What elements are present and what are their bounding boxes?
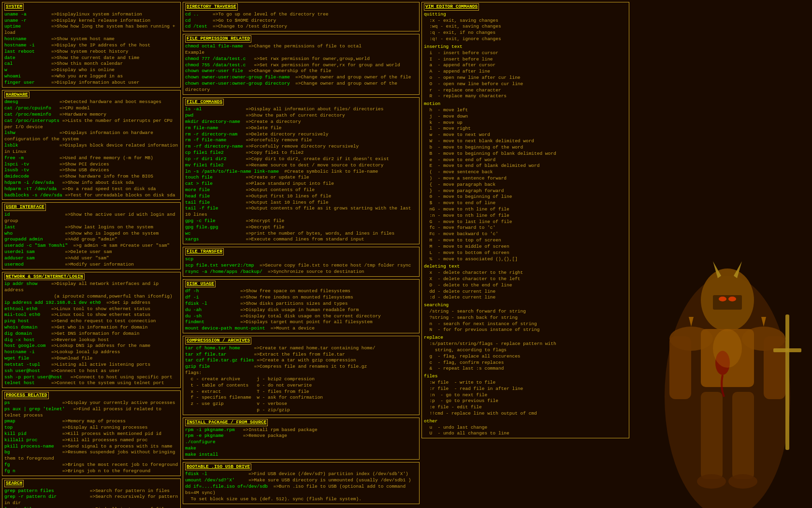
cmd-line: gpg -c file =>Encrypt file xyxy=(185,218,417,224)
user-interface-content: id =>Show the active user id with login … xyxy=(4,212,178,268)
cmd-line: ping host =>Send echo request to test co… xyxy=(4,318,178,325)
search-title: SEARCH xyxy=(4,480,24,487)
cmd-line: cd /test =>Change to /test directory xyxy=(185,24,417,30)
cmd-line: w =>Display who is online xyxy=(4,67,178,74)
cmd-line: ip address add 192.168.0.1 dev eth0 =>Se… xyxy=(4,300,178,306)
cmd-line: more file =>Output contents of file xyxy=(185,187,417,194)
cmd-line: mii-tool eth0 =>Linux tool to show ether… xyxy=(4,312,178,318)
cmd-line: lsblk =>Displays block device related in… xyxy=(4,143,178,155)
cmd-line: uname -a =>Displaylinux system informati… xyxy=(4,12,178,18)
flags-line: z - use gzip v - verbose xyxy=(185,401,417,407)
cmd-line: bg =>Resumes suspended jobs without brin… xyxy=(4,449,178,462)
bootable-iso-title: BOOTABLE .ISO USB DRIVE xyxy=(185,463,251,471)
cmd-line: dmesg =>Detected hardware and boot messa… xyxy=(4,99,178,105)
vim-motion: motion h - move left j - move down k - m… xyxy=(424,101,627,262)
cmd-line: userdel sam =>Delete user sam xyxy=(4,249,178,255)
cmd-line: mkdir directory-name =>Create a director… xyxy=(185,119,417,125)
vim-files: files :w file - write to file :r file - … xyxy=(424,374,627,417)
cmd-line: grep -r pattern dir =>Search recursively… xyxy=(4,494,178,507)
disk-usage-content: df -h =>Show free space on mounted files… xyxy=(185,288,417,332)
cmd-line: hostname =>Show system host name xyxy=(4,36,178,43)
cmd-line: head file =>Output first 10 lines of fil… xyxy=(185,194,417,200)
hardware-title: HARDWARE xyxy=(4,91,29,99)
vim-quitting: quitting :x - exit, saving changes :wq -… xyxy=(424,12,627,43)
vim-title: VIM EDITOR COMMANDS xyxy=(424,3,479,11)
cmd-line: ethtool eth0 =>Linux tool to show ethern… xyxy=(4,306,178,313)
cmd-line: grep pattern files =>Search for pattern … xyxy=(4,488,178,494)
cmd-line: gzip file =>Compress file and renames it… xyxy=(185,364,417,370)
cmd-line: Example xyxy=(185,50,417,56)
cmd-line: groupadd admin =>Add group "admin" xyxy=(4,237,178,243)
cmd-line: last =>Show last logins on the system xyxy=(4,224,178,231)
cmd-line: whois domain =>Get who is information fo… xyxy=(4,325,178,331)
file-commands-title: FILE COMMANDS xyxy=(185,99,224,106)
left-column: SYSTEM uname -a =>Displaylinux system in… xyxy=(2,2,181,508)
flags-line: c - create archive j - bzip2 compression xyxy=(185,376,417,383)
cmd-line: hostname -i =>Display the IP address of … xyxy=(4,43,178,49)
cmd-line: rm -r directory-nam =>Delete directory r… xyxy=(185,132,417,138)
file-commands-section: FILE COMMANDS ls -al =>Display all infor… xyxy=(183,97,420,245)
cmd-line: kill pid =>Kill process with mentioned p… xyxy=(4,431,178,437)
compression-section: COMPRESSSION / ARCHIVES tar cf home.tar … xyxy=(183,336,420,415)
cmd-line: wc =>print the number of bytes, words, a… xyxy=(185,231,417,237)
cmd-line: chmod 777 /data/test.c =>Set rwx permiss… xyxy=(185,56,417,62)
cmd-line: ln -s /path/to/file-name link-name #Crea… xyxy=(185,169,417,175)
cmd-line: rm -rf directory-name =>Forcefully remov… xyxy=(185,144,417,150)
cmd-line: cat /proc/cpuinfo =>CPU model xyxy=(4,105,178,112)
cmd-line: pwd =>Show the path of current directory xyxy=(185,113,417,119)
cmd-line: chown owner-user file =>Change ownership… xyxy=(185,68,417,75)
flags-line: p - zip/gzip xyxy=(185,407,417,414)
flags-line: flags: xyxy=(185,370,417,376)
file-transfer-content: scp scp file.txt server2:/tmp =>Secure c… xyxy=(185,256,417,275)
cmd-line: cd .. =>To go up one level of the direct… xyxy=(185,12,417,18)
search-section: SEARCH grep pattern files =>Search for p… xyxy=(2,478,181,508)
cmd-line: rm -f file-name =>Forcefully remove file xyxy=(185,137,417,144)
cmd-line: rm file-name =>Delete file xyxy=(185,125,417,132)
cmd-line: cat > file =>Place standard input into f… xyxy=(185,181,417,187)
cmd-line: badblocks -s /dev/sda =>Test for unreada… xyxy=(4,193,178,199)
vim-deleting: deleting text x - delete character to th… xyxy=(424,264,627,301)
cmd-line: make xyxy=(185,446,417,452)
cmd-line: cal =>Show this month calendar xyxy=(4,61,178,67)
cmd-line: ./configure xyxy=(185,439,417,446)
cmd-line: tar czf file.tar.gz files =>Create a tar… xyxy=(185,358,417,364)
cmd-line: uname -r =>Display kernel release inform… xyxy=(4,18,178,24)
cmd-line: useradd -c "Sam Tomshi" =>g admin -m sam… xyxy=(4,243,178,249)
disk-usage-section: DISK USAGE df -h =>Show free space on mo… xyxy=(183,279,420,334)
cmd-line: dmidecode =>Show hardware info from the … xyxy=(4,174,178,180)
cmd-line: scp file.txt server2:/tmp =>Secure copy … xyxy=(185,263,417,269)
cmd-line: tar xf file.tar =>Extract the files from… xyxy=(185,352,417,358)
cmd-line: last reboot =>Show system reboot history xyxy=(4,49,178,55)
process-content: ps =>Display your currently active proce… xyxy=(4,400,178,475)
cmd-line: ps aux | grep 'telnet' =>Find all proces… xyxy=(4,406,178,419)
cmd-line: ssh user@host =>Connect to host as user xyxy=(4,368,178,374)
cmd-line: pmap =>Memory map of process xyxy=(4,418,178,425)
cmd-line: fg =>Brings the most recent job to foreg… xyxy=(4,462,178,468)
cmd-line: chown owner-user:owner-group directory =… xyxy=(185,81,417,93)
bootable-iso-content: fdisk -l =>Find USB device (/dev/sd?) pa… xyxy=(185,471,417,502)
cmd-line: hdparm -tT /dev/sda =>Do a read speed te… xyxy=(4,186,178,193)
cmd-line: chmod 755 /data/test.c =>Set rwx permiss… xyxy=(185,62,417,69)
system-section: SYSTEM uname -a =>Displaylinux system in… xyxy=(2,2,181,88)
cmd-line: gpg file.gpg =>Decrypt file xyxy=(185,224,417,231)
cmd-line: fg n =>Brings job n to the foreground xyxy=(4,468,178,475)
cmd-line: mv file1 file2 =>Rename source to dest /… xyxy=(185,163,417,169)
cmd-line: cp -r dir1 dir2 =>Copy dir1 to dir2, cre… xyxy=(185,156,417,163)
cmd-line: who =>Show who is logged on the system xyxy=(4,231,178,237)
cmd-line: du -ah =>Display disk usage in human rea… xyxy=(185,307,417,314)
cmd-line: chown owner-user:owner-group file-name =… xyxy=(185,75,417,81)
file-permission-content: chmod octal file-name =>Change the permi… xyxy=(185,44,417,93)
cmd-line: tar cf home.tar home =>Create tar named … xyxy=(185,345,417,352)
hardware-section: HARDWARE dmesg =>Detected hardware and b… xyxy=(2,90,181,200)
hardware-content: dmesg =>Detected hardware and boot messa… xyxy=(4,99,178,198)
network-section: NETWORK & SSH/INTERNET/LOGIN ip addr sho… xyxy=(2,272,181,388)
system-content: uname -a =>Displaylinux system informati… xyxy=(4,12,178,86)
cmd-line: lspci -tv =>Show PCI devices xyxy=(4,162,178,168)
directory-content: cd .. =>To go up one level of the direct… xyxy=(185,12,417,30)
flags-line: x - extract T - files from file xyxy=(185,389,417,395)
vim-inserting: inserting text i - insert before cursor … xyxy=(424,44,627,100)
user-interface-title: USER INTERFACE xyxy=(4,204,46,211)
cmd-line: cd =>Go to $HOME directory xyxy=(185,18,417,24)
bootable-iso-section: BOOTABLE .ISO USB DRIVE fdisk -l =>Find … xyxy=(183,462,420,504)
cmd-line: df -h =>Show free space on mounted files… xyxy=(185,288,417,295)
